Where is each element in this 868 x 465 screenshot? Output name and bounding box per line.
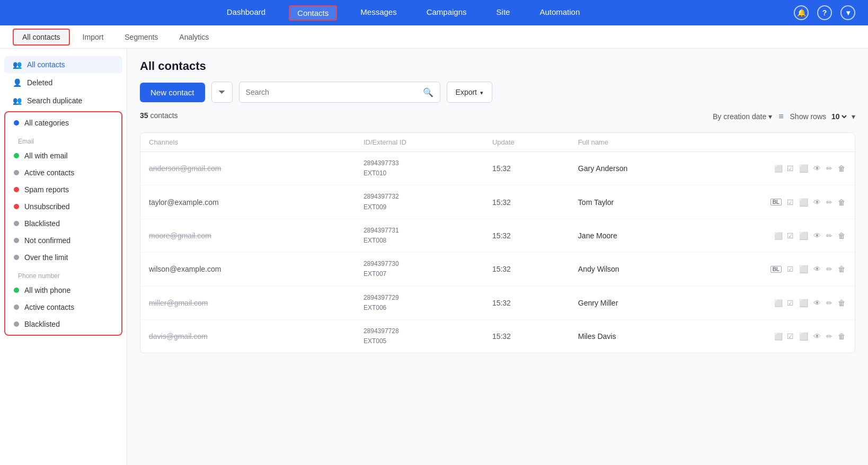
nav-dashboard[interactable]: Dashboard [220,5,272,21]
sidebar-all-categories[interactable]: All categories [5,114,121,131]
view-icon[interactable]: 👁 [812,264,822,274]
edit-check-icon[interactable]: ☑ [786,197,795,208]
sidebar-item-all-contacts[interactable]: 👥 All contacts [4,56,122,73]
pencil-icon[interactable]: ✏ [825,298,834,308]
pencil-icon[interactable]: ✏ [825,230,834,241]
nav-campaigns[interactable]: Campaigns [420,5,473,21]
sidebar-item-search-duplicate[interactable]: 👥 Search duplicate [4,92,122,109]
edit-check-icon[interactable]: ☑ [786,331,795,342]
sort-chevron-icon [768,112,772,121]
blacklisted-phone-dot [14,321,19,327]
delete-icon[interactable]: 🗑 [837,298,846,308]
main-layout: 👥 All contacts 👤 Deleted 👥 Search duplic… [0,49,868,465]
sidebar-all-with-email[interactable]: All with email [5,147,121,164]
user-menu-button[interactable]: ▾ [840,5,855,20]
contact-actions: ⬜ ☑ ⬜ 👁 ✏ 🗑 [739,331,846,342]
copy-icon[interactable]: ⬜ [773,298,783,308]
header-id: ID/External ID [364,138,492,146]
delete-icon[interactable]: 🗑 [837,230,846,241]
table-row: davis@gmail.com 2894397728EXT005 15:32 M… [140,320,855,353]
contact-time: 15:32 [492,231,578,240]
pencil-icon[interactable]: ✏ [825,331,834,342]
edit-check-icon[interactable]: ☑ [786,230,795,241]
filter-button[interactable]: ⏷ [211,82,233,103]
export-button[interactable]: Export [447,82,492,103]
copy-icon[interactable]: ⬜ [773,231,783,240]
nav-contacts[interactable]: Contacts [289,5,337,21]
copy-icon[interactable]: ⬜ [773,164,783,173]
all-email-dot [14,153,19,158]
sidebar-item-deleted[interactable]: 👤 Deleted [4,74,122,91]
nav-site[interactable]: Site [490,5,517,21]
notification-button[interactable]: 🔔 [794,5,809,20]
nav-messages[interactable]: Messages [354,5,403,21]
subnav-segments[interactable]: Segments [116,30,166,44]
sort-dropdown[interactable]: By creation date [713,112,772,121]
contact-time: 15:32 [492,198,578,207]
delete-icon[interactable]: 🗑 [837,163,846,174]
sidebar-spam-reports[interactable]: Spam reports [5,181,121,198]
contact-id: 2894397732EXT009 [364,192,492,212]
blacklisted-phone-label: Blacklisted [24,320,60,328]
view-icon[interactable]: 👁 [812,331,822,342]
all-categories-dot [14,120,19,126]
copy2-icon[interactable]: ⬜ [798,331,809,342]
contact-time: 15:32 [492,332,578,341]
toolbar: New contact ⏷ 🔍 Export [140,82,855,103]
page-title: All contacts [140,59,855,73]
sidebar-not-confirmed[interactable]: Not confirmed [5,232,121,249]
sidebar-active-contacts-email[interactable]: Active contacts [5,164,121,181]
edit-check-icon[interactable]: ☑ [786,163,795,174]
sidebar-deleted-label: Deleted [27,78,52,87]
copy2-icon[interactable]: ⬜ [798,163,809,174]
sort-label-text: By creation date [713,112,766,121]
delete-icon[interactable]: 🗑 [837,197,846,208]
sort-list-icon[interactable]: ≡ [778,112,783,121]
contact-time: 15:32 [492,299,578,307]
show-rows-select[interactable]: 10 25 50 [829,112,848,121]
copy-icon[interactable]: ⬜ [773,332,783,341]
contact-name: Tom Taylor [578,198,739,207]
sidebar-over-limit[interactable]: Over the limit [5,249,121,266]
pencil-icon[interactable]: ✏ [825,163,834,174]
show-rows-chevron [852,112,855,121]
contact-email: miller@gmail.com [149,299,364,307]
delete-icon[interactable]: 🗑 [837,331,846,342]
delete-icon[interactable]: 🗑 [837,264,846,274]
sidebar-blacklisted-phone[interactable]: Blacklisted [5,316,121,333]
pencil-icon[interactable]: ✏ [825,197,834,208]
all-contacts-icon: 👥 [13,60,22,69]
sidebar-all-with-phone[interactable]: All with phone [5,282,121,299]
search-icon: 🔍 [423,87,433,97]
copy2-icon[interactable]: ⬜ [798,230,809,241]
edit-check-icon[interactable]: ☑ [786,298,795,308]
copy2-icon[interactable]: ⬜ [798,264,809,274]
contact-id: 2894397729EXT006 [364,293,492,313]
help-button[interactable]: ? [817,5,832,20]
subnav-all-contacts[interactable]: All contacts [13,29,70,46]
edit-check-icon[interactable]: ☑ [786,264,795,274]
view-icon[interactable]: 👁 [812,163,822,174]
pencil-icon[interactable]: ✏ [825,264,834,274]
nav-automation[interactable]: Automation [533,5,586,21]
sidebar-blacklisted[interactable]: Blacklisted [5,215,121,232]
sidebar-active-contacts-phone[interactable]: Active contacts [5,299,121,316]
active-phone-dot [14,305,19,310]
contact-actions: ⬜ ☑ ⬜ 👁 ✏ 🗑 [739,298,846,308]
view-icon[interactable]: 👁 [812,298,822,308]
new-contact-button[interactable]: New contact [140,83,205,102]
blacklisted-dot [14,221,19,226]
spam-label: Spam reports [24,185,69,194]
active-email-label: Active contacts [24,168,74,177]
table-row: anderson@gmail.com 2894397733EXT010 15:3… [140,152,855,185]
subnav-import[interactable]: Import [74,30,112,44]
search-input[interactable] [246,88,423,96]
sidebar-unsubscribed[interactable]: Unsubscribed [5,198,121,215]
contact-actions: BL ☑ ⬜ 👁 ✏ 🗑 [739,197,846,208]
view-icon[interactable]: 👁 [812,197,822,208]
top-nav-icons: 🔔 ? ▾ [794,5,855,20]
subnav-analytics[interactable]: Analytics [171,30,217,44]
copy2-icon[interactable]: ⬜ [798,298,809,308]
copy2-icon[interactable]: ⬜ [798,197,809,208]
view-icon[interactable]: 👁 [812,230,822,241]
